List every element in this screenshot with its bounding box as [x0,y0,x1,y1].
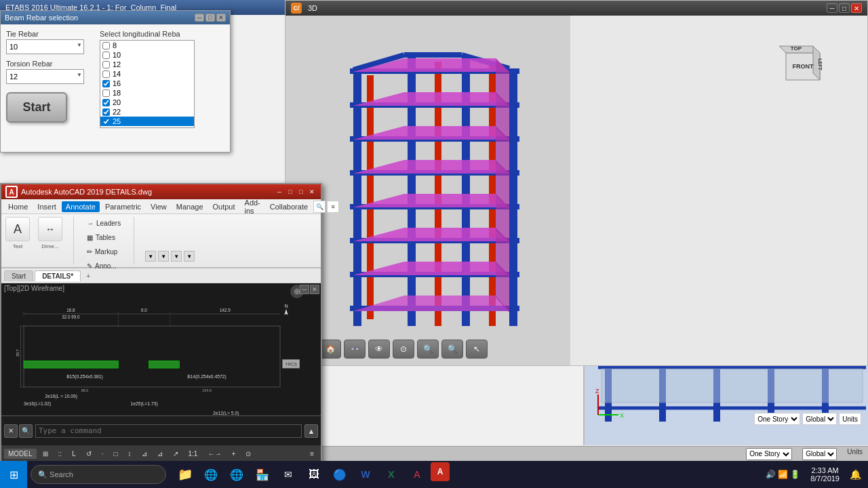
cf3d-minimize-button[interactable]: ─ [827,3,837,13]
ribbon-leaders-btn[interactable]: → Leaders [85,217,123,229]
cf3d-zoom-in-btn[interactable]: 🔍 [417,340,439,359]
beam-dialog-maximize[interactable]: □ [205,14,215,22]
rebar-item-14[interactable]: 14 [100,69,194,79]
torsion-rebar-select[interactable]: 12 14 16 [6,69,84,84]
status-ws[interactable]: + [227,449,239,459]
menu-addins[interactable]: Add-ins [241,197,264,216]
ribbon-dropdown-3[interactable]: ▼ [171,251,182,262]
tab-details[interactable]: DETAILS* [35,270,81,281]
tie-rebar-select[interactable]: 10 12 14 [6,39,84,54]
beam-dialog-minimize[interactable]: ─ [195,14,204,22]
status-snap[interactable]: :: [54,449,66,459]
cf3d-target-btn[interactable]: ⊙ [393,340,414,359]
status-trans[interactable]: ⊿ [153,449,167,459]
rebar-check-22[interactable] [102,108,110,116]
taskbar-photos-icon[interactable]: 🖼 [302,462,326,487]
status-menu[interactable]: ≡ [306,449,318,459]
status-ui[interactable]: ⊙ [241,449,255,459]
tab-start[interactable]: Start [4,270,33,281]
status-grid[interactable]: ⊞ [39,449,52,459]
rebar-item-8[interactable]: 8 [100,41,194,50]
ribbon-dropdown-1[interactable]: ▼ [145,251,156,262]
rebar-item-18[interactable]: 18 [100,88,194,98]
cmd-cancel-btn[interactable]: ✕ [4,424,18,438]
cmd-dropdown-btn[interactable]: ▲ [304,424,318,438]
ribbon-markup-btn[interactable]: ✏ Markup [85,245,123,258]
viewport-minimize-btn[interactable]: ─ [300,285,309,294]
start-button[interactable]: ⊞ [0,461,27,488]
story-select[interactable]: One Story [754,413,800,425]
menu-extra-btn[interactable]: ≡ [327,201,339,213]
rebar-item-22[interactable]: 22 [100,107,194,117]
cmd-search-btn[interactable]: 🔍 [19,424,33,438]
rebar-check-20[interactable] [102,99,110,106]
rebar-check-25[interactable] [102,118,110,125]
ribbon-dim-btn[interactable]: ↔ [38,217,62,241]
rebar-check-16[interactable] [102,80,110,87]
taskbar-ie-icon[interactable]: 🌐 [224,462,249,487]
status-dtrack[interactable]: □ [109,449,121,459]
status-scale[interactable]: 1:1 [184,449,202,459]
ribbon-text-btn[interactable]: A [5,217,30,241]
menu-parametric[interactable]: Parametric [101,201,145,212]
cf3d-home-btn[interactable]: 🏠 [319,340,341,359]
rebar-check-12[interactable] [102,61,110,68]
rebar-check-12b[interactable] [102,127,110,129]
status-polar[interactable]: ↺ [82,449,96,459]
taskbar-store-icon[interactable]: 🏪 [250,462,275,487]
autocad-maximize-btn[interactable]: □ [296,188,306,196]
menu-annotate[interactable]: Annotate [62,201,100,212]
menu-search-btn[interactable]: 🔍 [313,201,326,213]
taskbar-acrobat-icon[interactable]: A [405,462,429,487]
ribbon-dropdown-4[interactable]: ▼ [184,251,195,262]
rebar-item-20[interactable]: 20 [100,98,194,107]
status-dyn[interactable]: ↕ [124,449,136,459]
taskbar-edge-icon[interactable]: 🌐 [199,462,223,487]
menu-insert[interactable]: Insert [33,201,60,212]
start-button[interactable]: Start [6,92,67,123]
status-lwt[interactable]: ⊿ [138,449,151,459]
tab-add-btn[interactable]: + [82,270,94,281]
command-input[interactable] [35,424,302,438]
cf3d-zoom-out-btn[interactable]: 🔍 [441,340,463,359]
menu-collaborate[interactable]: Collaborate [266,201,312,212]
cf3d-eye-btn[interactable]: 👁 [368,340,390,359]
status-sel[interactable]: ↗ [169,449,182,459]
rebar-item-16[interactable]: 16 [100,79,194,88]
menu-view[interactable]: View [146,201,171,212]
taskbar-excel-icon[interactable]: X [379,462,403,487]
rebar-check-8[interactable] [102,42,110,49]
rebar-item-25[interactable]: 25 [100,117,194,126]
autocad-minimize-btn[interactable]: ─ [275,188,284,196]
global-dropdown[interactable]: Global [802,448,837,460]
rebar-item-12[interactable]: 12 [100,60,194,69]
beam-dialog-close[interactable]: ✕ [216,14,226,22]
menu-output[interactable]: Output [209,201,239,212]
status-ortho[interactable]: L [68,449,80,459]
cf3d-close-button[interactable]: ✕ [851,3,862,13]
ribbon-tables-btn[interactable]: ▦ Tables [85,231,123,243]
cf3d-glasses-btn[interactable]: 👓 [344,340,366,359]
taskbar-autocad-icon[interactable]: A [431,462,450,481]
status-anno[interactable]: ←→ [203,449,225,459]
status-isnap[interactable]: · [98,449,108,459]
cf3d-maximize-button[interactable]: □ [839,3,850,13]
rebar-check-18[interactable] [102,89,110,97]
coord-select[interactable]: Global [802,413,837,425]
nav-cube[interactable]: FRONT TOP LEFT [772,36,833,97]
taskbar-chrome-icon[interactable]: 🔵 [328,462,352,487]
cf3d-cursor-btn[interactable]: ↖ [466,340,488,359]
autocad-restore-btn[interactable]: □ [285,188,295,196]
viewport-close-btn[interactable]: ✕ [310,285,319,294]
menu-home[interactable]: Home [4,201,32,212]
rebar-check-14[interactable] [102,70,110,78]
taskbar-notification-icon[interactable]: 🔔 [850,469,861,480]
taskbar-explorer-icon[interactable]: 📁 [173,462,197,487]
ribbon-dropdown-2[interactable]: ▼ [158,251,169,262]
rebar-item-12b[interactable]: 12 [100,126,194,128]
taskbar-search[interactable]: 🔍 Search [31,465,166,484]
status-model[interactable]: MODEL [4,449,37,459]
taskbar-word-icon[interactable]: W [353,462,378,487]
story-dropdown[interactable]: One Story [746,448,792,460]
rebar-item-10[interactable]: 10 [100,50,194,60]
